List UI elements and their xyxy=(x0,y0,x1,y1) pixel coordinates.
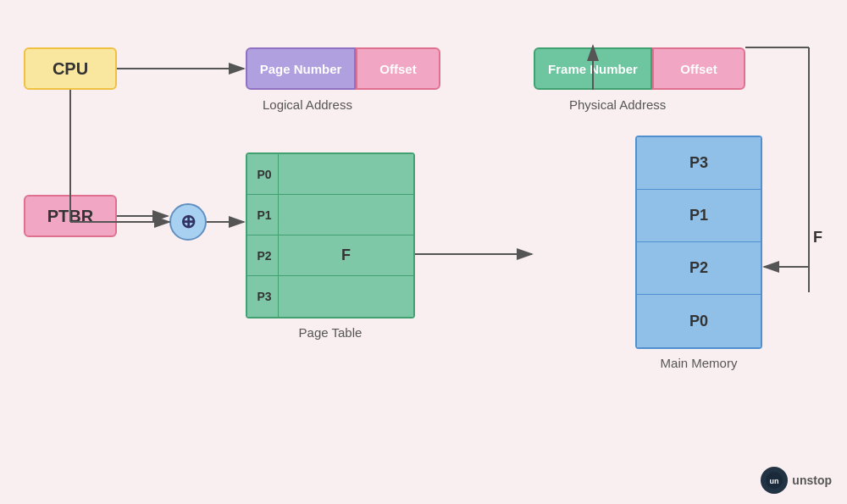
physical-address-label: Physical Address xyxy=(569,97,666,112)
mem-row-p3: P3 xyxy=(637,137,761,190)
logical-offset-box: Offset xyxy=(356,47,440,90)
pt-row-p3: P3 xyxy=(247,276,413,317)
mem-row-p1: P1 xyxy=(637,190,761,242)
pt-row-p1: P1 xyxy=(247,195,413,235)
page-table-label: Page Table xyxy=(246,325,415,340)
diagram: CPU PTBR Page Number Offset Logical Addr… xyxy=(0,0,847,504)
unstop-text: unstop xyxy=(792,474,832,487)
unstop-icon: un xyxy=(761,467,788,494)
frame-number-box: Frame Number xyxy=(534,47,652,90)
adder-circle: ⊕ xyxy=(169,203,207,241)
physical-offset-box: Offset xyxy=(652,47,745,90)
pt-row-p2: P2 F xyxy=(247,235,413,276)
memory-box: P3 P1 P2 P0 xyxy=(635,136,762,349)
unstop-logo: un unstop xyxy=(761,467,832,494)
f-label-right: F xyxy=(813,229,822,246)
logical-address: Page Number Offset xyxy=(246,47,440,90)
pt-row-p0: P0 xyxy=(247,154,413,195)
mem-row-p2: P2 xyxy=(637,242,761,295)
main-memory-container: P3 P1 P2 P0 Main Memory xyxy=(635,136,762,370)
page-table-container: P0 P1 P2 F P3 Page Table xyxy=(246,152,415,340)
physical-address: Frame Number Offset xyxy=(534,47,745,90)
cpu-label: CPU xyxy=(53,59,88,79)
logical-address-label: Logical Address xyxy=(263,97,352,112)
page-table-box: P0 P1 P2 F P3 xyxy=(246,152,415,318)
cpu-box: CPU xyxy=(24,47,117,90)
ptbr-box: PTBR xyxy=(24,195,117,237)
page-number-box: Page Number xyxy=(246,47,356,90)
adder-symbol: ⊕ xyxy=(180,211,196,233)
main-memory-label: Main Memory xyxy=(635,356,762,370)
mem-row-p0: P0 xyxy=(637,295,761,347)
svg-text:un: un xyxy=(770,477,779,485)
ptbr-label: PTBR xyxy=(47,207,93,226)
